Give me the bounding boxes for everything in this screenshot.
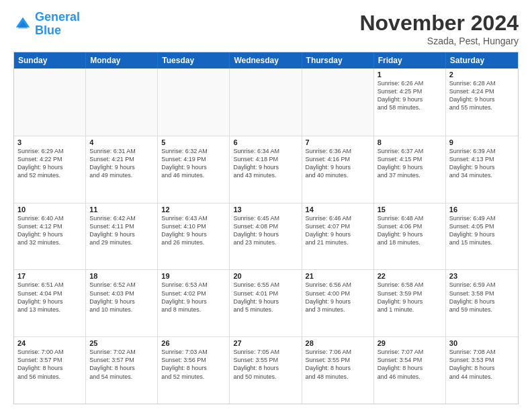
day-number: 22 <box>378 272 442 280</box>
cell-info: Sunrise: 7:06 AM Sunset: 3:55 PM Dayligh… <box>306 348 370 381</box>
day-number: 2 <box>449 71 515 79</box>
cell-info: Sunrise: 6:55 AM Sunset: 4:01 PM Dayligh… <box>233 281 298 314</box>
cell-info: Sunrise: 6:34 AM Sunset: 4:18 PM Dayligh… <box>233 147 298 180</box>
calendar-cell: 5Sunrise: 6:32 AM Sunset: 4:19 PM Daylig… <box>158 136 230 203</box>
cell-info: Sunrise: 6:49 AM Sunset: 4:05 PM Dayligh… <box>449 214 515 247</box>
day-number: 25 <box>89 339 154 347</box>
day-number: 8 <box>378 138 442 146</box>
calendar-cell: 30Sunrise: 7:08 AM Sunset: 3:53 PM Dayli… <box>446 337 518 404</box>
calendar-cell: 2Sunrise: 6:28 AM Sunset: 4:24 PM Daylig… <box>446 68 518 136</box>
calendar-cell <box>86 68 158 136</box>
calendar-cell: 12Sunrise: 6:43 AM Sunset: 4:10 PM Dayli… <box>158 203 230 270</box>
day-number: 9 <box>449 138 515 146</box>
cell-info: Sunrise: 6:48 AM Sunset: 4:06 PM Dayligh… <box>378 214 442 247</box>
calendar-row-5: 24Sunrise: 7:00 AM Sunset: 3:57 PM Dayli… <box>14 336 518 404</box>
header-day-tuesday: Tuesday <box>158 52 230 68</box>
day-number: 17 <box>17 272 82 280</box>
day-number: 6 <box>233 138 298 146</box>
calendar-row-2: 3Sunrise: 6:29 AM Sunset: 4:22 PM Daylig… <box>14 136 518 203</box>
calendar: SundayMondayTuesdayWednesdayThursdayFrid… <box>13 52 519 404</box>
calendar-cell: 7Sunrise: 6:36 AM Sunset: 4:16 PM Daylig… <box>302 136 374 203</box>
calendar-header: SundayMondayTuesdayWednesdayThursdayFrid… <box>14 52 518 68</box>
calendar-cell: 14Sunrise: 6:46 AM Sunset: 4:07 PM Dayli… <box>302 203 374 270</box>
cell-info: Sunrise: 7:05 AM Sunset: 3:55 PM Dayligh… <box>233 348 298 381</box>
day-number: 14 <box>306 205 370 214</box>
day-number: 18 <box>89 272 154 280</box>
day-number: 3 <box>17 138 82 146</box>
day-number: 15 <box>378 205 442 214</box>
day-number: 21 <box>306 272 370 280</box>
calendar-cell <box>302 68 374 136</box>
calendar-cell: 1Sunrise: 6:26 AM Sunset: 4:25 PM Daylig… <box>374 68 446 136</box>
cell-info: Sunrise: 6:59 AM Sunset: 3:58 PM Dayligh… <box>449 281 515 314</box>
calendar-cell: 16Sunrise: 6:49 AM Sunset: 4:05 PM Dayli… <box>446 203 518 270</box>
calendar-cell: 25Sunrise: 7:02 AM Sunset: 3:57 PM Dayli… <box>86 337 158 404</box>
cell-info: Sunrise: 6:40 AM Sunset: 4:12 PM Dayligh… <box>17 214 82 247</box>
cell-info: Sunrise: 7:07 AM Sunset: 3:54 PM Dayligh… <box>378 348 442 381</box>
calendar-cell: 11Sunrise: 6:42 AM Sunset: 4:11 PM Dayli… <box>86 203 158 270</box>
day-number: 23 <box>449 272 515 280</box>
cell-info: Sunrise: 6:46 AM Sunset: 4:07 PM Dayligh… <box>306 214 370 247</box>
calendar-cell: 4Sunrise: 6:31 AM Sunset: 4:21 PM Daylig… <box>86 136 158 203</box>
cell-info: Sunrise: 6:39 AM Sunset: 4:13 PM Dayligh… <box>449 147 515 180</box>
header-day-friday: Friday <box>374 52 446 68</box>
calendar-cell: 15Sunrise: 6:48 AM Sunset: 4:06 PM Dayli… <box>374 203 446 270</box>
calendar-cell: 9Sunrise: 6:39 AM Sunset: 4:13 PM Daylig… <box>446 136 518 203</box>
day-number: 19 <box>161 272 226 280</box>
cell-info: Sunrise: 6:56 AM Sunset: 4:00 PM Dayligh… <box>306 281 370 314</box>
calendar-cell: 22Sunrise: 6:58 AM Sunset: 3:59 PM Dayli… <box>374 270 446 336</box>
cell-info: Sunrise: 7:08 AM Sunset: 3:53 PM Dayligh… <box>449 348 515 381</box>
cell-info: Sunrise: 6:51 AM Sunset: 4:04 PM Dayligh… <box>17 281 82 314</box>
day-number: 7 <box>306 138 370 146</box>
calendar-row-1: 1Sunrise: 6:26 AM Sunset: 4:25 PM Daylig… <box>14 68 518 136</box>
calendar-cell <box>158 68 230 136</box>
title-block: November 2024 Szada, Pest, Hungary <box>359 11 519 46</box>
header-day-wednesday: Wednesday <box>230 52 302 68</box>
cell-info: Sunrise: 6:42 AM Sunset: 4:11 PM Dayligh… <box>89 214 154 247</box>
calendar-cell: 3Sunrise: 6:29 AM Sunset: 4:22 PM Daylig… <box>14 136 86 203</box>
day-number: 12 <box>161 205 226 214</box>
day-number: 20 <box>233 272 298 280</box>
day-number: 30 <box>449 339 515 347</box>
header: General Blue November 2024 Szada, Pest, … <box>13 11 519 46</box>
calendar-cell: 28Sunrise: 7:06 AM Sunset: 3:55 PM Dayli… <box>302 337 374 404</box>
page: General Blue November 2024 Szada, Pest, … <box>0 0 532 411</box>
cell-info: Sunrise: 6:37 AM Sunset: 4:15 PM Dayligh… <box>378 147 442 180</box>
logo: General Blue <box>13 11 80 38</box>
calendar-body: 1Sunrise: 6:26 AM Sunset: 4:25 PM Daylig… <box>14 68 518 404</box>
day-number: 28 <box>306 339 370 347</box>
calendar-cell: 29Sunrise: 7:07 AM Sunset: 3:54 PM Dayli… <box>374 337 446 404</box>
cell-info: Sunrise: 6:52 AM Sunset: 4:03 PM Dayligh… <box>89 281 154 314</box>
cell-info: Sunrise: 6:36 AM Sunset: 4:16 PM Dayligh… <box>306 147 370 180</box>
cell-info: Sunrise: 7:00 AM Sunset: 3:57 PM Dayligh… <box>17 348 82 381</box>
day-number: 16 <box>449 205 515 214</box>
header-day-saturday: Saturday <box>446 52 518 68</box>
day-number: 13 <box>233 205 298 214</box>
day-number: 11 <box>89 205 154 214</box>
calendar-cell: 27Sunrise: 7:05 AM Sunset: 3:55 PM Dayli… <box>230 337 302 404</box>
logo-icon <box>13 15 32 34</box>
month-title: November 2024 <box>359 11 519 36</box>
header-day-thursday: Thursday <box>302 52 374 68</box>
calendar-row-4: 17Sunrise: 6:51 AM Sunset: 4:04 PM Dayli… <box>14 269 518 336</box>
day-number: 5 <box>161 138 226 146</box>
cell-info: Sunrise: 6:26 AM Sunset: 4:25 PM Dayligh… <box>378 79 442 112</box>
calendar-cell: 20Sunrise: 6:55 AM Sunset: 4:01 PM Dayli… <box>230 270 302 336</box>
cell-info: Sunrise: 6:43 AM Sunset: 4:10 PM Dayligh… <box>161 214 226 247</box>
day-number: 26 <box>161 339 226 347</box>
calendar-cell: 19Sunrise: 6:53 AM Sunset: 4:02 PM Dayli… <box>158 270 230 336</box>
cell-info: Sunrise: 7:02 AM Sunset: 3:57 PM Dayligh… <box>89 348 154 381</box>
calendar-cell: 13Sunrise: 6:45 AM Sunset: 4:08 PM Dayli… <box>230 203 302 270</box>
logo-text: General Blue <box>35 11 80 38</box>
location: Szada, Pest, Hungary <box>359 36 519 46</box>
day-number: 1 <box>378 71 442 79</box>
cell-info: Sunrise: 6:32 AM Sunset: 4:19 PM Dayligh… <box>161 147 226 180</box>
day-number: 29 <box>378 339 442 347</box>
cell-info: Sunrise: 6:31 AM Sunset: 4:21 PM Dayligh… <box>89 147 154 180</box>
calendar-cell: 10Sunrise: 6:40 AM Sunset: 4:12 PM Dayli… <box>14 203 86 270</box>
cell-info: Sunrise: 6:58 AM Sunset: 3:59 PM Dayligh… <box>378 281 442 314</box>
calendar-row-3: 10Sunrise: 6:40 AM Sunset: 4:12 PM Dayli… <box>14 203 518 270</box>
calendar-cell <box>230 68 302 136</box>
calendar-cell: 8Sunrise: 6:37 AM Sunset: 4:15 PM Daylig… <box>374 136 446 203</box>
header-day-monday: Monday <box>86 52 158 68</box>
